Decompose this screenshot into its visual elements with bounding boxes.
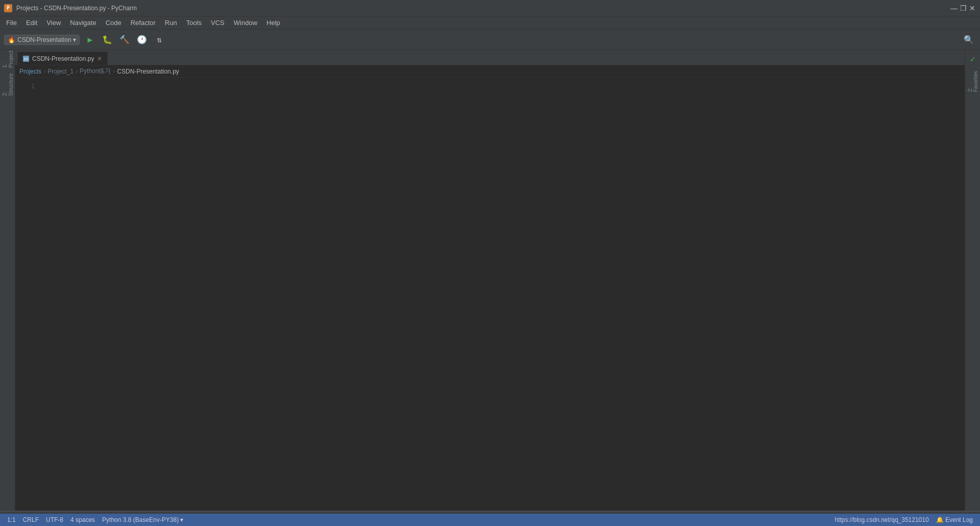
breadcrumb-project1[interactable]: Project_1: [47, 68, 74, 75]
breadcrumb-projects[interactable]: Projects: [19, 68, 41, 75]
menu-code[interactable]: Code: [102, 18, 126, 28]
check-mark: ✓: [970, 54, 975, 64]
title-bar-left: P Projects - CSDN-Presentation.py - PyCh…: [4, 4, 137, 12]
status-spaces: 4 spaces: [70, 516, 95, 523]
menu-run[interactable]: Run: [161, 18, 181, 28]
app-icon: P: [4, 4, 12, 12]
status-event-log[interactable]: 🔔 Event Log: [933, 516, 976, 523]
editor-area: py CSDN-Presentation.py ✕ Projects › Pro…: [15, 50, 965, 511]
right-sidebar: ✓ 2: Favorites: [965, 50, 980, 511]
left-sidebar: 1: Project 2: Structure: [0, 50, 15, 511]
breadcrumb-file[interactable]: CSDN-Presentation.py: [117, 68, 179, 75]
breadcrumb-sep-1: ›: [43, 68, 45, 75]
run-config-icon: 🔥: [8, 36, 15, 43]
search-everywhere-button[interactable]: 🔍: [962, 33, 976, 47]
debug-button[interactable]: 🐛: [100, 33, 114, 47]
status-python-version-value: Python 3.8 (BaseEnv-PY38) ▾: [102, 516, 183, 523]
menu-help[interactable]: Help: [262, 18, 284, 28]
menu-vcs[interactable]: VCS: [207, 18, 229, 28]
run-config-dropdown-icon: ▾: [73, 36, 76, 43]
toolbar: 🔥 CSDN-Presentation ▾ ▶ 🐛 🔨 🕐 ⇅ 🔍: [0, 30, 980, 50]
status-python-version[interactable]: Python 3.8 (BaseEnv-PY38) ▾: [99, 516, 186, 523]
menu-refactor[interactable]: Refactor: [127, 18, 160, 28]
close-button[interactable]: ✕: [969, 5, 976, 12]
sidebar-item-structure[interactable]: 2: Structure: [1, 78, 15, 92]
tab-label: CSDN-Presentation.py: [32, 55, 94, 62]
menu-bar: File Edit View Navigate Code Refactor Ru…: [0, 16, 980, 30]
window-controls: — ❐ ✕: [950, 5, 976, 12]
status-indent[interactable]: 4 spaces: [67, 516, 98, 523]
toolbar-left: 🔥 CSDN-Presentation ▾ ▶ 🐛 🔨 🕐 ⇅: [4, 33, 166, 47]
window-title: Projects - CSDN-Presentation.py - PyChar…: [16, 5, 137, 12]
minimize-button[interactable]: —: [950, 5, 958, 12]
status-event-log-label: 🔔 Event Log: [936, 516, 973, 523]
maximize-button[interactable]: ❐: [960, 5, 967, 12]
status-right: https://blog.csdn.net/qq_35121010 🔔 Even…: [831, 516, 976, 523]
sidebar-right-favorites[interactable]: 2: Favorites: [966, 76, 980, 86]
history-button[interactable]: 🕐: [135, 33, 149, 47]
status-bar: 1:1 CRLF UTF-8 4 spaces Python 3.8 (Base…: [0, 514, 980, 526]
build-button[interactable]: 🔨: [117, 33, 132, 47]
sidebar-item-project[interactable]: 1: Project: [1, 52, 15, 66]
status-encoding[interactable]: UTF-8: [43, 516, 66, 523]
run-config-name: CSDN-Presentation: [17, 36, 71, 43]
menu-tools[interactable]: Tools: [182, 18, 206, 28]
tab-file-icon: py: [23, 56, 29, 62]
breadcrumb-python-practice[interactable]: Python练习: [80, 67, 111, 76]
status-line-col[interactable]: 1:1: [4, 516, 19, 523]
code-editor[interactable]: 1: [15, 78, 965, 511]
breadcrumb-sep-2: ›: [76, 68, 78, 75]
status-line-ending[interactable]: CRLF: [20, 516, 42, 523]
status-url-value: https://blog.csdn.net/qq_35121010: [835, 516, 928, 523]
status-utf8: UTF-8: [46, 516, 63, 523]
status-url[interactable]: https://blog.csdn.net/qq_35121010: [831, 516, 932, 523]
menu-window[interactable]: Window: [230, 18, 261, 28]
run-button[interactable]: ▶: [83, 33, 97, 47]
tab-bar: py CSDN-Presentation.py ✕: [15, 50, 965, 65]
line-numbers: 1: [15, 82, 41, 507]
menu-file[interactable]: File: [2, 18, 21, 28]
menu-edit[interactable]: Edit: [22, 18, 41, 28]
tab-close-button[interactable]: ✕: [97, 55, 102, 62]
menu-navigate[interactable]: Navigate: [66, 18, 100, 28]
status-crlf: CRLF: [23, 516, 39, 523]
main-layout: 1: Project 2: Structure py CSDN-Presenta…: [0, 50, 980, 511]
breadcrumb-sep-3: ›: [113, 68, 115, 75]
menu-view[interactable]: View: [42, 18, 65, 28]
vcs-update-button[interactable]: ⇅: [152, 33, 166, 47]
code-content[interactable]: [41, 82, 965, 507]
title-bar: P Projects - CSDN-Presentation.py - PyCh…: [0, 0, 980, 16]
status-line-col-value: 1:1: [7, 516, 16, 523]
run-config-selector[interactable]: 🔥 CSDN-Presentation ▾: [4, 35, 80, 45]
breadcrumb: Projects › Project_1 › Python练习 › CSDN-P…: [15, 65, 965, 78]
tab-csdn-presentation[interactable]: py CSDN-Presentation.py ✕: [17, 52, 108, 65]
toolbar-right: 🔍: [962, 33, 976, 47]
